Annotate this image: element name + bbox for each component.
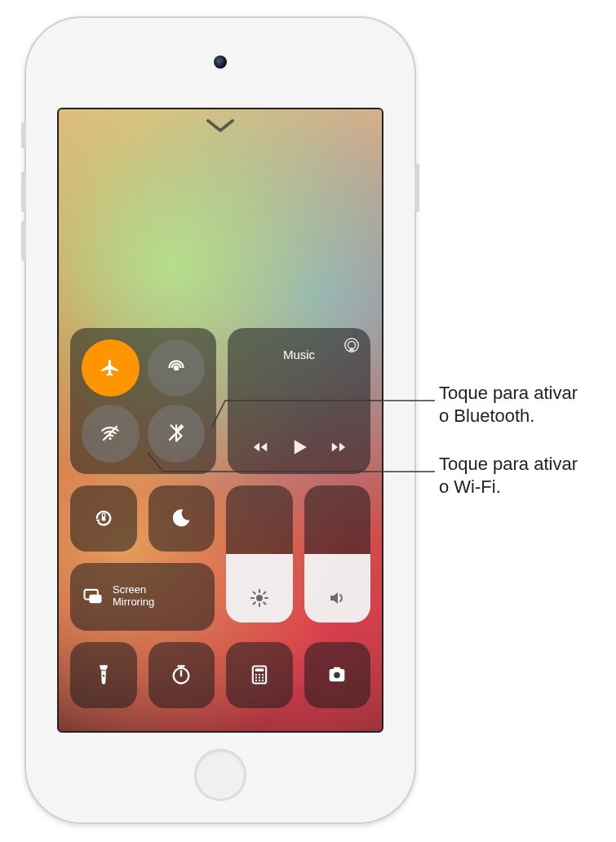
- calculator-button[interactable]: [226, 642, 293, 709]
- svg-point-30: [255, 680, 257, 681]
- brightness-icon: [250, 588, 269, 608]
- wifi-toggle[interactable]: [82, 405, 140, 463]
- orientation-lock-icon: [92, 507, 115, 530]
- screen-mirroring-label: Screen Mirroring: [113, 584, 154, 609]
- svg-point-29: [262, 677, 264, 679]
- svg-line-14: [253, 592, 255, 593]
- close-control-center-handle[interactable]: [204, 117, 237, 134]
- airplane-icon: [100, 357, 121, 379]
- svg-point-9: [256, 595, 263, 601]
- svg-rect-6: [101, 516, 105, 521]
- volume-icon: [327, 588, 347, 608]
- svg-line-15: [264, 602, 265, 604]
- chevron-down-icon: [206, 118, 235, 133]
- orientation-lock-toggle[interactable]: [70, 485, 137, 552]
- callout-bluetooth-text: Toque para ativar o Bluetooth.: [439, 383, 578, 426]
- camera-button[interactable]: [304, 642, 371, 709]
- svg-point-18: [103, 675, 104, 676]
- screen-mirroring-button[interactable]: Screen Mirroring: [70, 563, 215, 630]
- middle-row: Screen Mirroring: [70, 485, 370, 631]
- control-center: Music: [70, 328, 370, 708]
- airdrop-icon: [166, 357, 187, 379]
- airplane-mode-toggle[interactable]: [82, 339, 140, 397]
- svg-point-25: [259, 674, 260, 676]
- slider-column: [226, 485, 370, 631]
- side-button: [21, 122, 26, 148]
- volume-slider[interactable]: [304, 485, 371, 623]
- screen: Music: [57, 108, 383, 733]
- toggle-row: [70, 485, 215, 552]
- callout-wifi-text: Toque para ativar o Wi-Fi.: [439, 454, 578, 497]
- airdrop-toggle[interactable]: [148, 339, 206, 397]
- screen-mirroring-icon: [82, 585, 104, 608]
- calculator-icon: [248, 663, 271, 686]
- timer-icon: [170, 663, 193, 686]
- brightness-slider[interactable]: [226, 485, 293, 623]
- volume-down-button: [21, 220, 26, 261]
- music-title: Music: [283, 348, 315, 361]
- svg-point-28: [259, 677, 260, 679]
- svg-point-26: [262, 674, 264, 676]
- camera-icon: [326, 663, 348, 686]
- left-column: Screen Mirroring: [70, 485, 215, 631]
- svg-point-27: [255, 677, 257, 679]
- flashlight-button[interactable]: [70, 642, 137, 709]
- bluetooth-toggle[interactable]: [148, 405, 206, 463]
- previous-track-icon[interactable]: [251, 438, 269, 456]
- music-controls: [251, 435, 348, 459]
- svg-line-16: [253, 602, 255, 604]
- svg-point-0: [174, 366, 179, 371]
- flashlight-icon: [92, 663, 115, 686]
- volume-up-button: [21, 171, 26, 212]
- shortcuts-row: [70, 642, 370, 709]
- svg-point-31: [259, 680, 260, 681]
- svg-point-32: [262, 680, 264, 681]
- music-player-tile[interactable]: Music: [228, 328, 370, 474]
- next-track-icon[interactable]: [330, 438, 348, 456]
- home-button[interactable]: [194, 749, 246, 801]
- svg-point-24: [255, 674, 257, 676]
- connectivity-group: [70, 328, 216, 474]
- play-icon[interactable]: [287, 435, 312, 459]
- power-button: [414, 163, 419, 212]
- top-row: Music: [70, 328, 370, 474]
- bluetooth-off-icon: [166, 423, 187, 444]
- callout-wifi: Toque para ativar o Wi-Fi.: [439, 453, 578, 498]
- timer-button[interactable]: [148, 642, 215, 709]
- svg-point-1: [109, 437, 112, 440]
- wifi-off-icon: [100, 423, 121, 444]
- svg-rect-23: [255, 669, 264, 672]
- callout-bluetooth: Toque para ativar o Bluetooth.: [439, 382, 578, 427]
- front-camera: [214, 55, 227, 69]
- svg-point-33: [335, 672, 340, 678]
- do-not-disturb-toggle[interactable]: [148, 485, 215, 552]
- device-frame: Music: [24, 16, 416, 824]
- do-not-disturb-icon: [170, 507, 193, 530]
- svg-line-17: [264, 592, 265, 593]
- airplay-icon[interactable]: [343, 336, 361, 354]
- svg-rect-8: [89, 595, 101, 604]
